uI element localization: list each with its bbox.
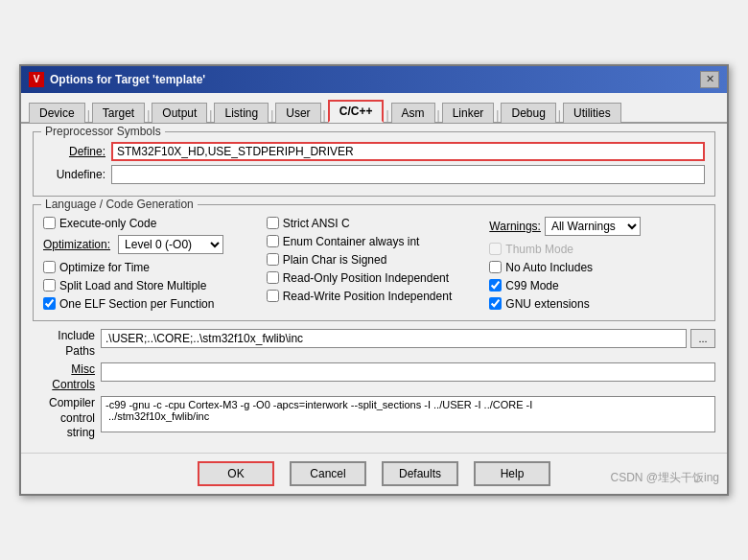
misc-controls-row: Misc Controls	[33, 362, 715, 392]
read-only-pi-label: Read-Only Position Independent	[283, 271, 449, 285]
tab-sep-2: |	[147, 108, 150, 122]
warnings-label: Warnings:	[489, 220, 541, 233]
misc-controls-input[interactable]	[101, 362, 715, 382]
watermark: CSDN @埋头干饭ing	[610, 470, 719, 486]
tab-debug[interactable]: Debug	[501, 103, 555, 123]
no-auto-includes-label: No Auto Includes	[505, 261, 593, 274]
include-browse-button[interactable]: ...	[690, 329, 715, 348]
tab-sep-6: |	[386, 108, 388, 122]
tab-sep-9: |	[558, 108, 561, 122]
include-paths-input[interactable]	[101, 329, 687, 348]
tab-sep-3: |	[209, 108, 212, 122]
gnu-ext-label: GNU extensions	[505, 297, 589, 311]
warnings-select[interactable]: All Warnings	[545, 217, 641, 236]
strict-ansi-label: Strict ANSI C	[283, 217, 350, 230]
optimization-label: Optimization:	[43, 238, 110, 251]
plain-char-label: Plain Char is Signed	[283, 253, 387, 267]
tab-sep-5: |	[323, 108, 326, 122]
cancel-button[interactable]: Cancel	[290, 461, 366, 486]
read-only-pi-row: Read-Only Position Independent	[267, 271, 482, 285]
dialog-title: Options for Target 'template'	[50, 73, 205, 86]
strict-ansi-row: Strict ANSI C	[267, 217, 482, 230]
optimize-time-check[interactable]	[43, 261, 56, 273]
enum-container-label: Enum Container always int	[283, 235, 420, 248]
tabs-container: Device | Target | Output | Listing | Use…	[21, 93, 727, 124]
help-button[interactable]: Help	[474, 461, 550, 486]
tab-asm[interactable]: Asm	[391, 103, 435, 123]
paths-section: Include Paths ... Misc Controls Compiler…	[33, 329, 715, 441]
split-load-label: Split Load and Store Multiple	[59, 279, 206, 292]
include-paths-row: Include Paths ...	[33, 329, 715, 359]
c99-mode-label: C99 Mode	[505, 279, 558, 292]
ok-button[interactable]: OK	[198, 461, 274, 486]
compiler-string-label: Compiler control string	[33, 396, 95, 441]
read-write-pi-check[interactable]	[267, 290, 279, 302]
one-elf-check[interactable]	[43, 297, 56, 310]
lang-col-3: Warnings: All Warnings Thumb Mode No Aut…	[489, 217, 705, 313]
undefine-label: Undefine:	[43, 168, 105, 181]
c99-mode-row: C99 Mode	[489, 279, 705, 292]
read-write-pi-label: Read-Write Position Independent	[283, 290, 453, 303]
tab-sep-8: |	[496, 108, 499, 122]
tab-sep-1: |	[87, 108, 90, 122]
no-auto-includes-check[interactable]	[489, 261, 502, 273]
app-icon: V	[29, 72, 44, 87]
include-paths-label: Include Paths	[33, 329, 95, 359]
read-write-pi-row: Read-Write Position Independent	[267, 290, 482, 303]
split-load-row: Split Load and Store Multiple	[43, 279, 259, 292]
undefine-row: Undefine:	[43, 165, 705, 184]
tab-content: Preprocessor Symbols Define: Undefine: L…	[21, 124, 727, 453]
define-label: Define:	[43, 145, 105, 158]
tab-listing[interactable]: Listing	[214, 103, 269, 123]
language-title: Language / Code Generation	[41, 198, 198, 211]
optimize-time-row: Optimize for Time	[43, 261, 259, 274]
enum-container-check[interactable]	[267, 235, 279, 247]
tab-target[interactable]: Target	[92, 103, 145, 123]
optimization-row: Optimization: Level 0 (-O0)	[43, 235, 259, 254]
tab-linker[interactable]: Linker	[442, 103, 495, 123]
options-dialog: V Options for Target 'template' ✕ Device…	[19, 64, 729, 496]
define-input[interactable]	[111, 142, 705, 161]
defaults-button[interactable]: Defaults	[382, 461, 458, 486]
tab-output[interactable]: Output	[152, 103, 207, 123]
enum-container-row: Enum Container always int	[267, 235, 482, 248]
lang-col-1: Execute-only Code Optimization: Level 0 …	[43, 217, 259, 313]
one-elf-row: One ELF Section per Function	[43, 297, 259, 311]
one-elf-label: One ELF Section per Function	[59, 297, 214, 311]
thumb-mode-label: Thumb Mode	[505, 243, 573, 256]
language-group: Language / Code Generation Execute-only …	[33, 204, 715, 321]
tab-utilities[interactable]: Utilities	[563, 103, 621, 123]
tab-user[interactable]: User	[275, 103, 320, 123]
tab-sep-4: |	[270, 108, 273, 122]
preprocessor-group: Preprocessor Symbols Define: Undefine:	[33, 131, 715, 197]
strict-ansi-check[interactable]	[267, 217, 279, 229]
undefine-input[interactable]	[111, 165, 705, 184]
tab-cpp[interactable]: C/C++	[328, 100, 385, 123]
read-only-pi-check[interactable]	[267, 271, 279, 284]
close-button[interactable]: ✕	[700, 71, 719, 88]
thumb-mode-row: Thumb Mode	[489, 243, 705, 256]
split-load-check[interactable]	[43, 279, 56, 292]
execute-only-check[interactable]	[43, 217, 56, 229]
misc-controls-label: Misc Controls	[33, 362, 95, 392]
warnings-row: Warnings: All Warnings	[489, 217, 705, 236]
execute-only-row: Execute-only Code	[43, 217, 259, 230]
define-row: Define:	[43, 142, 705, 161]
plain-char-row: Plain Char is Signed	[267, 253, 482, 267]
optimize-time-label: Optimize for Time	[59, 261, 150, 274]
compiler-string-row: Compiler control string -c99 -gnu -c -cp…	[33, 396, 715, 441]
lang-col-2: Strict ANSI C Enum Container always int …	[267, 217, 482, 313]
plain-char-check[interactable]	[267, 253, 279, 266]
no-auto-includes-row: No Auto Includes	[489, 261, 705, 274]
tab-sep-7: |	[437, 108, 440, 122]
execute-only-label: Execute-only Code	[59, 217, 156, 230]
tab-device[interactable]: Device	[29, 103, 85, 123]
optimization-select[interactable]: Level 0 (-O0)	[118, 235, 223, 254]
gnu-ext-check[interactable]	[489, 297, 502, 310]
title-bar: V Options for Target 'template' ✕	[21, 66, 727, 93]
gnu-ext-row: GNU extensions	[489, 297, 705, 311]
thumb-mode-check[interactable]	[489, 243, 502, 255]
preprocessor-title: Preprocessor Symbols	[41, 125, 165, 138]
c99-mode-check[interactable]	[489, 279, 502, 292]
compiler-string-input[interactable]: -c99 -gnu -c -cpu Cortex-M3 -g -O0 -apcs…	[101, 396, 715, 432]
